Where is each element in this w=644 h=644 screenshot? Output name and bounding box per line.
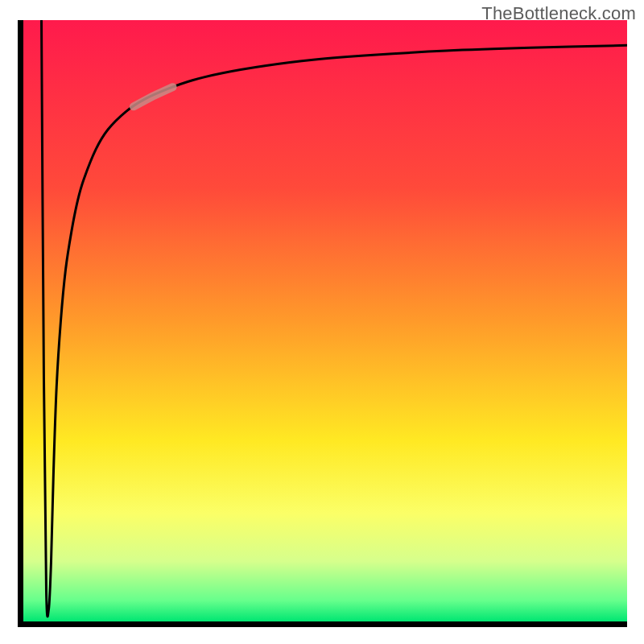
- plot-area: [18, 20, 627, 627]
- bottleneck-curve: [42, 20, 628, 617]
- curve-marker: [134, 87, 173, 106]
- curve-layer: [23, 20, 627, 621]
- chart-root: TheBottleneck.com: [0, 0, 644, 644]
